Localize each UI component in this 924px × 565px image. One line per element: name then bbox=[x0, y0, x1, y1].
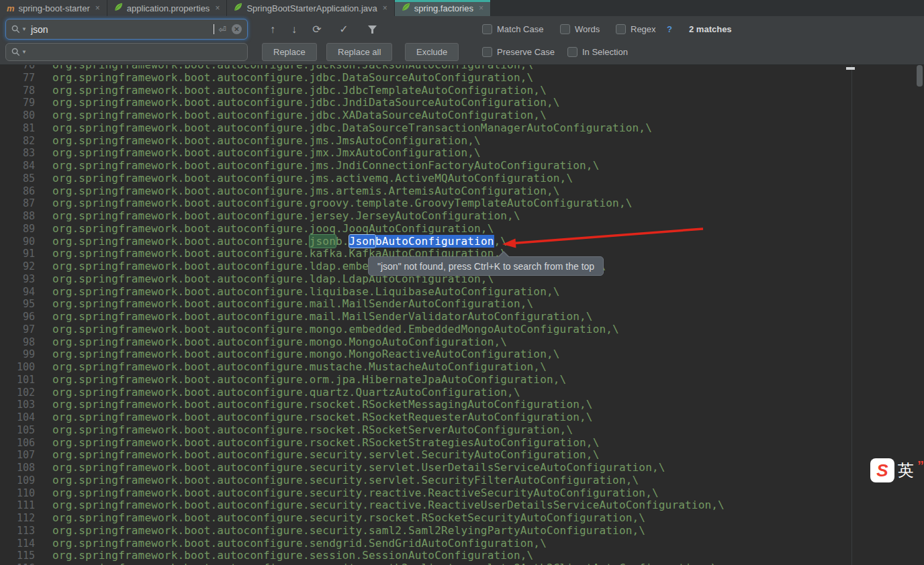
search-value: json bbox=[31, 24, 210, 35]
replace-button[interactable]: Replace bbox=[262, 43, 317, 61]
line-number: 89 bbox=[0, 222, 35, 235]
tab-label: spring-boot-starter bbox=[19, 3, 90, 13]
code-line: 115org.springframework.boot.autoconfigur… bbox=[0, 549, 924, 562]
line-text: org.springframework.boot.autoconfigure.m… bbox=[52, 323, 619, 336]
match-case-checkbox[interactable]: Match Case bbox=[482, 19, 543, 40]
line-text: org.springframework.boot.autoconfigure.q… bbox=[52, 386, 520, 399]
line-number: 111 bbox=[0, 499, 35, 511]
line-number: 95 bbox=[0, 297, 35, 310]
previous-occurrence-icon[interactable]: ↑ bbox=[263, 19, 282, 40]
line-text: org.springframework.boot.autoconfigure.r… bbox=[52, 398, 593, 411]
line-text: org.springframework.boot.autoconfigure.s… bbox=[52, 499, 725, 511]
code-line: 106org.springframework.boot.autoconfigur… bbox=[0, 436, 924, 449]
line-text: org.springframework.boot.autoconfigure.s… bbox=[52, 524, 645, 537]
code-line: 105org.springframework.boot.autoconfigur… bbox=[0, 423, 924, 436]
line-text: org.springframework.boot.autoconfigure.m… bbox=[52, 336, 507, 348]
line-number: 93 bbox=[0, 272, 35, 285]
code-line: 94org.springframework.boot.autoconfigure… bbox=[0, 285, 924, 298]
tab-application-properties[interactable]: application.properties × bbox=[107, 0, 228, 16]
replace-input[interactable]: ▼ bbox=[5, 43, 248, 61]
replace-all-button[interactable]: Replace all bbox=[326, 43, 392, 61]
code-editor[interactable]: 76org.springframework.boot.autoconfigure… bbox=[0, 65, 924, 565]
words-checkbox[interactable]: Words bbox=[560, 19, 600, 40]
in-selection-label: In Selection bbox=[582, 47, 628, 57]
tab-label: SpringBootStarterApplication.java bbox=[246, 3, 377, 13]
line-number: 94 bbox=[0, 285, 35, 298]
line-text: org.springframework.boot.autoconfigure.j… bbox=[52, 209, 520, 222]
line-text: org.springframework.boot.autoconfigure.s… bbox=[52, 486, 659, 499]
line-number: 84 bbox=[0, 159, 35, 172]
close-icon[interactable]: × bbox=[215, 3, 220, 13]
line-number: 83 bbox=[0, 146, 35, 159]
search-selection-segment: bAutoConfiguration bbox=[375, 235, 494, 248]
checkbox-box bbox=[482, 47, 492, 57]
code-line: 96org.springframework.boot.autoconfigure… bbox=[0, 310, 924, 323]
code-line: 84org.springframework.boot.autoconfigure… bbox=[0, 159, 924, 172]
code-line: 79org.springframework.boot.autoconfigure… bbox=[0, 96, 924, 109]
search-icon: ▼ bbox=[11, 25, 27, 34]
line-number: 82 bbox=[0, 134, 35, 147]
tooltip-text: "json" not found, press Ctrl+K to search… bbox=[377, 261, 594, 272]
tab-label: application.properties bbox=[127, 3, 210, 13]
tab-spring-factories[interactable]: spring.factories × bbox=[395, 0, 491, 16]
line-number: 78 bbox=[0, 84, 35, 97]
line-text: org.springframework.boot.autoconfigure.r… bbox=[52, 436, 599, 449]
match-count: 2 matches bbox=[689, 19, 732, 40]
code-line: 100org.springframework.boot.autoconfigur… bbox=[0, 360, 924, 373]
preserve-case-checkbox[interactable]: Preserve Case bbox=[482, 42, 555, 62]
line-text: org.springframework.boot.autoconfigure.j… bbox=[52, 159, 599, 172]
line-text: org.springframework.boot.autoconfigure.r… bbox=[52, 411, 593, 423]
line-number: 116 bbox=[0, 562, 35, 565]
line-number: 109 bbox=[0, 474, 35, 486]
code-line: 83org.springframework.boot.autoconfigure… bbox=[0, 146, 924, 159]
spring-leaf-icon bbox=[402, 3, 410, 13]
clear-search-icon[interactable]: ✕ bbox=[232, 24, 242, 34]
code-line: 102org.springframework.boot.autoconfigur… bbox=[0, 386, 924, 399]
line-text: org.springframework.boot.autoconfigure.j… bbox=[52, 71, 533, 84]
line-text: org.springframework.boot.autoconfigure.j… bbox=[52, 172, 573, 185]
line-text: org.springframework.boot.autoconfigure.r… bbox=[52, 423, 573, 436]
line-text: org.springframework.boot.autoconfigure.j… bbox=[52, 84, 547, 97]
find-all-occurrences-icon[interactable]: ⟳ bbox=[308, 19, 326, 40]
exclude-button[interactable]: Exclude bbox=[405, 43, 459, 61]
search-match-segment: json bbox=[310, 235, 336, 248]
select-all-occurrences-icon[interactable]: ✓ bbox=[334, 19, 353, 40]
newline-icon[interactable]: ⏎ bbox=[218, 24, 226, 35]
code-line: 99org.springframework.boot.autoconfigure… bbox=[0, 348, 924, 360]
replace-history-chevron-icon[interactable]: ▼ bbox=[21, 49, 27, 55]
line-number: 98 bbox=[0, 336, 35, 348]
close-icon[interactable]: × bbox=[479, 3, 483, 13]
code-line: 89org.springframework.boot.autoconfigure… bbox=[0, 222, 924, 235]
filter-results-icon[interactable] bbox=[363, 19, 381, 40]
ime-indicator[interactable]: S 英 ” bbox=[870, 458, 924, 482]
ime-quote-marks: ” bbox=[917, 458, 924, 474]
code-line: 112org.springframework.boot.autoconfigur… bbox=[0, 511, 924, 524]
regex-checkbox[interactable]: Regex bbox=[616, 19, 656, 40]
regex-help-icon[interactable]: ? bbox=[667, 19, 672, 40]
code-line: 98org.springframework.boot.autoconfigure… bbox=[0, 336, 924, 348]
line-number: 85 bbox=[0, 172, 35, 185]
search-input[interactable]: ▼ json ⏎ ✕ bbox=[5, 19, 248, 40]
line-text: org.springframework.boot.autoconfigure.m… bbox=[52, 360, 547, 373]
line-text: org.springframework.boot.autoconfigure.l… bbox=[52, 285, 560, 298]
line-number: 86 bbox=[0, 185, 35, 197]
line-text: org.springframework.boot.autoconfigure.m… bbox=[52, 310, 593, 323]
search-result-stripe-mark[interactable] bbox=[846, 67, 855, 70]
line-text: org.springframework.boot.autoconfigure.j… bbox=[52, 222, 494, 235]
search-history-chevron-icon[interactable]: ▼ bbox=[21, 26, 27, 32]
vertical-scrollbar-thumb[interactable] bbox=[917, 65, 923, 87]
tab-spring-boot-starter[interactable]: m spring-boot-starter × bbox=[0, 0, 107, 16]
next-occurrence-icon[interactable]: ↓ bbox=[285, 19, 304, 40]
line-number: 96 bbox=[0, 310, 35, 323]
line-number: 106 bbox=[0, 436, 35, 449]
tab-springbootstarterapplication-java[interactable]: SpringBootStarterApplication.java × bbox=[227, 0, 394, 16]
in-selection-checkbox[interactable]: In Selection bbox=[567, 42, 628, 62]
line-number: 87 bbox=[0, 197, 35, 209]
line-text: org.springframework.boot.autoconfigure.j… bbox=[52, 235, 507, 248]
line-number: 112 bbox=[0, 511, 35, 524]
code-line: 88org.springframework.boot.autoconfigure… bbox=[0, 209, 924, 222]
find-replace-panel: ▼ json ⏎ ✕ ▼ ↑ ↓ ⟳ ✓ Match Case Words Re… bbox=[0, 16, 924, 65]
line-number: 100 bbox=[0, 360, 35, 373]
close-icon[interactable]: × bbox=[383, 3, 387, 13]
close-icon[interactable]: × bbox=[95, 3, 100, 13]
